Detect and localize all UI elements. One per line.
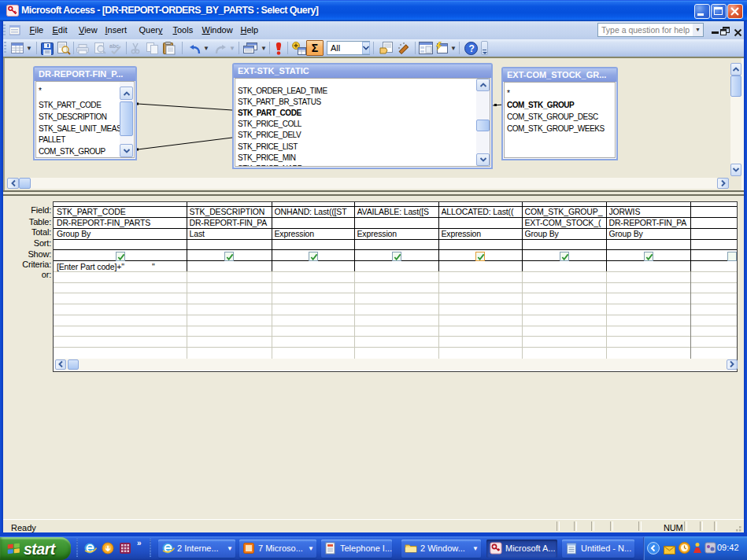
svg-text:?: ? (469, 43, 475, 54)
svg-text:abc: abc (109, 43, 119, 49)
